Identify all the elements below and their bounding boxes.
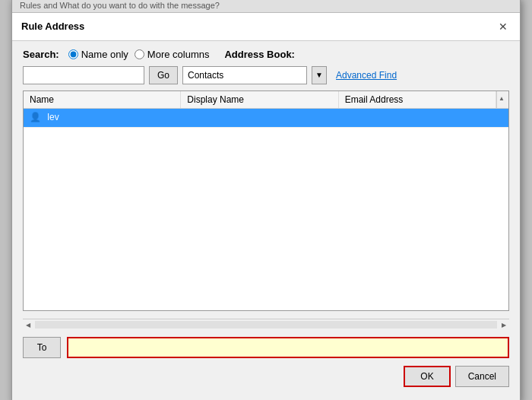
cell-email bbox=[339, 115, 496, 121]
cell-name: 👤 lev bbox=[24, 109, 181, 127]
title-bar: Rule Address ✕ bbox=[12, 13, 520, 41]
column-email: Email Address bbox=[339, 91, 496, 108]
bottom-area: To bbox=[23, 337, 509, 358]
contact-table: Name Display Name Email Address ▲ 👤 lev bbox=[23, 90, 509, 311]
dialog-content: Search: Name only More columns Address B… bbox=[12, 41, 520, 401]
address-book-label: Address Book: bbox=[224, 49, 294, 60]
go-button[interactable]: Go bbox=[149, 66, 178, 84]
name-only-radio[interactable] bbox=[68, 49, 78, 59]
name-only-label: Name only bbox=[81, 49, 128, 60]
scrollbar-header: ▲ bbox=[496, 91, 508, 108]
search-row: Search: Name only More columns Address B… bbox=[23, 49, 509, 60]
column-display-name: Display Name bbox=[181, 91, 338, 108]
table-header: Name Display Name Email Address ▲ bbox=[24, 91, 508, 109]
button-row: OK Cancel bbox=[23, 366, 509, 395]
horizontal-scrollbar[interactable]: ◀ ▶ bbox=[23, 319, 509, 331]
more-columns-radio[interactable] bbox=[135, 49, 144, 59]
input-row: Go ▼ Advanced Find bbox=[23, 66, 509, 84]
ok-button[interactable]: OK bbox=[404, 366, 450, 387]
to-button[interactable]: To bbox=[23, 337, 61, 358]
dialog-title: Rule Address bbox=[21, 21, 84, 32]
search-input[interactable] bbox=[23, 66, 144, 84]
rule-address-dialog: Rules and What do you want to do with th… bbox=[11, 0, 521, 400]
table-row[interactable]: 👤 lev bbox=[24, 109, 508, 128]
name-only-option[interactable]: Name only bbox=[68, 49, 128, 60]
top-bar-text: Rules and What do you want to do with th… bbox=[20, 1, 220, 10]
more-columns-option[interactable]: More columns bbox=[135, 49, 210, 60]
search-label: Search: bbox=[23, 49, 59, 60]
column-name: Name bbox=[24, 91, 181, 108]
address-book-input[interactable] bbox=[182, 66, 307, 84]
scroll-up-icon[interactable]: ▲ bbox=[497, 94, 506, 103]
contact-icon: 👤 bbox=[30, 112, 42, 124]
cancel-button[interactable]: Cancel bbox=[455, 366, 509, 387]
scroll-left-icon[interactable]: ◀ bbox=[23, 322, 33, 329]
more-columns-label: More columns bbox=[147, 49, 210, 60]
to-input[interactable] bbox=[67, 337, 509, 358]
top-bar: Rules and What do you want to do with th… bbox=[12, 0, 520, 13]
cell-display-name bbox=[181, 115, 338, 121]
scroll-right-icon[interactable]: ▶ bbox=[499, 322, 509, 329]
close-button[interactable]: ✕ bbox=[496, 19, 511, 34]
contact-name: lev bbox=[47, 112, 59, 122]
address-book-dropdown-icon[interactable]: ▼ bbox=[312, 66, 327, 84]
address-book-section: Address Book: bbox=[224, 49, 294, 60]
advanced-find-link[interactable]: Advanced Find bbox=[336, 70, 397, 81]
